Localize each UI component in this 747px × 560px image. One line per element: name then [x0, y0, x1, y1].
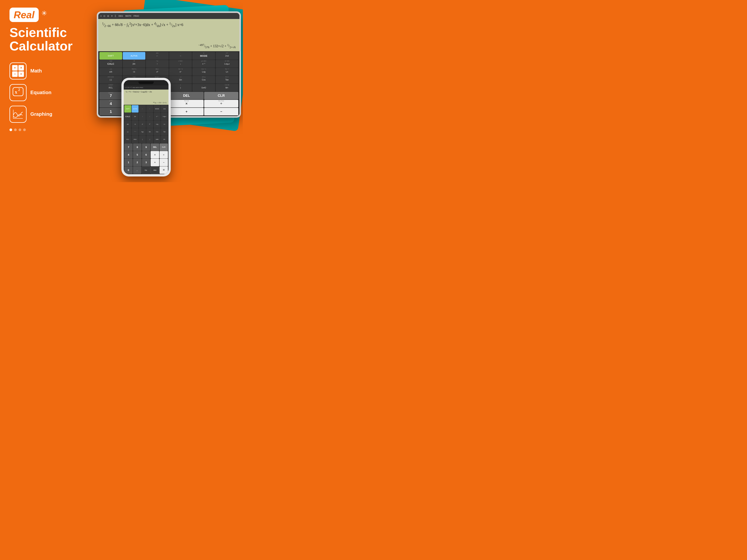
phone-shift-key[interactable]: SHIFT [124, 105, 131, 112]
phone-xinv-key[interactable]: x⁻¹ [154, 113, 161, 120]
phone-sd-key[interactable]: S⇌D [154, 136, 161, 143]
phone-left-key[interactable]: ← [139, 105, 146, 112]
phone-mul[interactable]: × [151, 151, 159, 158]
phone-clr[interactable]: CLR [160, 144, 168, 151]
phone-del[interactable]: DEL [151, 144, 159, 151]
phone-2[interactable]: 2 [133, 159, 141, 166]
phone-ans[interactable]: Ans [151, 167, 159, 174]
rcl-key[interactable]: CONST RCL [99, 84, 122, 92]
phone-ln-key[interactable]: Ln [161, 121, 168, 128]
right-arrow-key[interactable]: : → [169, 52, 192, 59]
neg-key[interactable]: STO CLRv (-) [99, 76, 122, 83]
phone-dot[interactable]: . [133, 167, 141, 174]
ln-key[interactable]: Tan⁻¹ f Ln [216, 68, 238, 76]
minus-circle-icon[interactable]: ⊖ [103, 15, 105, 18]
plus-circle-icon[interactable]: ⊕ [107, 15, 109, 18]
phone-tan-key[interactable]: Tan [161, 128, 168, 135]
mplus-key[interactable]: CLR All M+ [216, 84, 238, 92]
xinv-key[interactable]: y√x HEX x⁻¹ [192, 60, 215, 68]
key-4[interactable]: STAT 4 [99, 100, 122, 107]
phone-eng-key[interactable]: ENG [132, 136, 139, 143]
key-1[interactable]: 1 [99, 108, 122, 116]
integral-key[interactable]: ÷R ∫dx [123, 60, 146, 68]
menu-icon[interactable]: ≡ [100, 15, 102, 18]
2nd-key[interactable]: Σ Π 2nd [216, 52, 238, 59]
dot-2[interactable] [14, 128, 17, 131]
phone-calc-key[interactable]: CALC [124, 113, 131, 120]
mode-key[interactable]: x! MODE [192, 52, 215, 59]
star-icon: ✳ [41, 9, 47, 17]
phone-logax-key[interactable]: Logₐx [161, 113, 168, 120]
phone-lparen-key[interactable]: ( [139, 136, 146, 143]
calc-key[interactable]: mod CALC [99, 60, 122, 68]
shift-key[interactable]: SOLVE SHIFT [99, 52, 122, 59]
alpha-key[interactable]: = ALPHA [123, 52, 146, 59]
sin-key[interactable]: , x Sin [169, 76, 192, 83]
phone-neg-key[interactable]: (-) [124, 128, 131, 135]
phone-8[interactable]: 8 [133, 144, 141, 151]
phone-minus[interactable]: − [160, 159, 168, 166]
phone-alpha-key[interactable]: ALPHA [132, 105, 139, 112]
clr-key[interactable]: nCr LCM CLR [204, 92, 238, 99]
phone-mode-key[interactable]: MODE [154, 105, 161, 112]
phone-2nd-key[interactable]: 2nd [161, 105, 168, 112]
down-arrow-key[interactable]: x³ DEC ↓ [169, 60, 192, 68]
phone-cos-key[interactable]: Cos [154, 128, 161, 135]
phone-sin-key[interactable]: Sin [146, 128, 153, 135]
phone-down-key[interactable]: ↓ [146, 113, 153, 120]
phone-x2-key[interactable]: x² [139, 121, 146, 128]
phone-formula: ¹⁄₂ + ⁴⁄₅ + Sin(π⁄₃) + Log₂[8] + √4x [126, 91, 166, 93]
ab-key[interactable]: ∠ a a/b [99, 68, 122, 76]
logax-key[interactable]: 10ˣ BIN Logₐx [216, 60, 238, 68]
phone-right-key[interactable]: → [146, 105, 153, 112]
tan-key[interactable]: M- m Tan [216, 76, 238, 83]
phone-xy-key[interactable]: xʸ [146, 121, 153, 128]
phone-5[interactable]: 5 [133, 151, 141, 158]
cos-key[interactable]: aᵇ/c y Cos [192, 76, 215, 83]
phone-rcl-key[interactable]: RCL [124, 136, 131, 143]
phone-row-1: SHIFT ALPHA ← → MODE 2nd [124, 105, 168, 112]
dot-1[interactable] [9, 128, 12, 131]
sqrt-key[interactable]: FACT b √x [123, 68, 146, 76]
phone-4[interactable]: 4 [124, 151, 133, 158]
del-key[interactable]: nPr GCD DEL [170, 92, 204, 99]
sd-key[interactable]: S⇌D [192, 84, 215, 92]
log-key[interactable]: Cos⁻¹ e Log [192, 68, 215, 76]
settings-icon[interactable]: ✦ [111, 15, 113, 18]
graph-icon-container [9, 106, 27, 123]
phone-inner: ≡ ⊖ ⊕ ✦ Σ RAD MATH FRAC ¹⁄₂ + ⁴⁄₅ + Sin(… [124, 80, 169, 174]
phone-7[interactable]: 7 [124, 144, 133, 151]
dot-3[interactable] [19, 128, 21, 131]
multiply-key[interactable]: Pol Celi × [170, 100, 204, 107]
phone-9[interactable]: 9 [142, 144, 150, 151]
divide-key[interactable]: Rec Floor ÷ [204, 100, 238, 107]
phone-exp[interactable]: Exp [141, 167, 150, 174]
phone-div[interactable]: ÷ [160, 151, 168, 158]
phone-up-key[interactable]: ↑ [139, 113, 146, 120]
dot-4[interactable] [23, 128, 26, 131]
phone-sqrt-key[interactable]: √x [132, 121, 139, 128]
phone-0[interactable]: 0 [124, 167, 133, 174]
plus-key[interactable]: + [170, 108, 204, 116]
sigma-icon[interactable]: Σ [114, 15, 116, 18]
phone-ab-key[interactable]: a/b [124, 121, 131, 128]
phone-6[interactable]: 6 [142, 151, 150, 158]
phone-log-key[interactable]: Log [154, 121, 161, 128]
xy-key[interactable]: Sin⁻¹ d xʸ [169, 68, 192, 76]
left-arrow-key[interactable]: d/dx ← [146, 52, 169, 59]
phone-1[interactable]: 1 [124, 159, 133, 166]
up-arrow-key[interactable]: ³√x ↑ [146, 60, 169, 68]
phone-deg-key[interactable]: ° ' " [132, 128, 139, 135]
key-row-1: SOLVE SHIFT = ALPHA d/dx ← : → [99, 52, 238, 59]
phone-rparen-key[interactable]: ) [146, 136, 153, 143]
key-7[interactable]: MATRIX 7 [99, 92, 122, 99]
phone-plus[interactable]: + [151, 159, 159, 166]
minus-key[interactable]: − [204, 108, 238, 116]
phone-mplus-key[interactable]: M+ [161, 136, 168, 143]
phone-3[interactable]: 3 [142, 159, 150, 166]
phone-hyp-key[interactable]: hyp [139, 128, 146, 135]
rparen-key[interactable]: ∞ ) [169, 84, 192, 92]
x2-key[interactable]: Abs c x² [146, 68, 169, 76]
phone-int-key[interactable]: ∫dx [132, 113, 139, 120]
phone-equals[interactable]: = [160, 167, 168, 174]
